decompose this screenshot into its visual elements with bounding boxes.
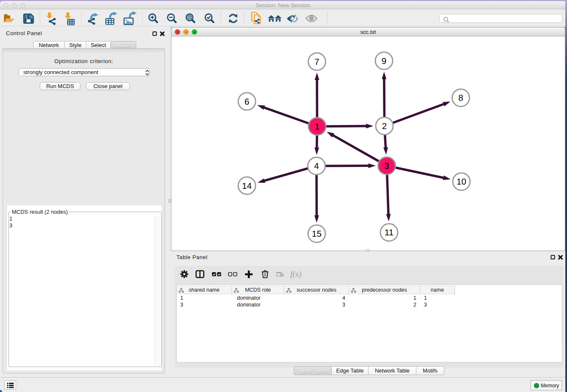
svg-text:10: 10: [457, 177, 466, 187]
svg-text:14: 14: [242, 181, 252, 191]
svg-text:6: 6: [245, 97, 249, 107]
svg-text:7: 7: [314, 57, 319, 67]
svg-text:9: 9: [382, 56, 386, 66]
svg-text:15: 15: [312, 229, 322, 239]
svg-text:4: 4: [314, 161, 319, 171]
svg-text:1: 1: [315, 122, 319, 132]
svg-text:11: 11: [385, 228, 394, 237]
svg-text:8: 8: [458, 93, 463, 103]
svg-text:3: 3: [384, 161, 389, 171]
svg-text:2: 2: [382, 121, 387, 131]
